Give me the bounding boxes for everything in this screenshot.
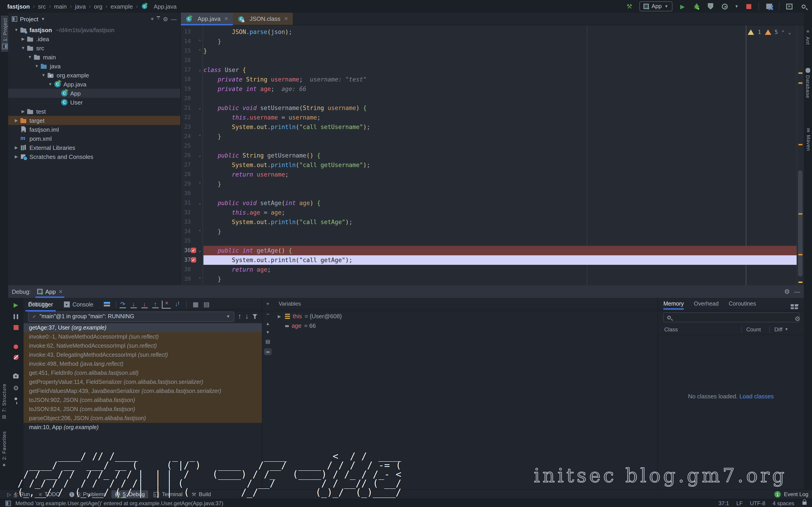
error-stripe[interactable]: [797, 25, 804, 285]
code-line-35[interactable]: 35: [181, 236, 804, 246]
fold-marker[interactable]: ⌃: [197, 132, 203, 141]
load-classes-link[interactable]: Load classes: [740, 393, 774, 400]
code-line-38[interactable]: 38 return age;: [181, 265, 804, 274]
fold-marker[interactable]: ⌃: [197, 274, 203, 284]
code-line-21[interactable]: 21⌄ public void setUsername(String usern…: [181, 103, 804, 113]
status-item[interactable]: LF: [736, 500, 743, 506]
frame-row[interactable]: toJSON:902, JSON (com.alibaba.fastjson): [23, 396, 262, 405]
code-line-26[interactable]: 26⌄ public String getUsername() {: [181, 151, 804, 160]
breadcrumb-item[interactable]: App.java: [154, 3, 176, 10]
prev-warning-icon[interactable]: ⌃: [782, 29, 784, 35]
code-line-31[interactable]: 31⌄ public void setAge(int age) {: [181, 198, 804, 208]
fold-marker[interactable]: ⌄: [197, 103, 203, 113]
hide-panel-icon[interactable]: —: [171, 16, 177, 22]
breadcrumb-item[interactable]: example: [111, 3, 133, 10]
variable-row-age[interactable]: ∞age = 66: [273, 321, 657, 331]
breadcrumb-item[interactable]: org: [94, 3, 102, 10]
frame-row[interactable]: invoke:62, NativeMethodAccessorImpl (sun…: [23, 341, 262, 350]
tab-overhead[interactable]: Overhead: [694, 298, 719, 309]
gear-icon[interactable]: ⚙: [784, 288, 790, 295]
memory-search-input[interactable]: [663, 313, 799, 322]
hide-panel-icon[interactable]: —: [794, 288, 800, 295]
memory-gear-icon[interactable]: ⚙: [795, 315, 800, 322]
run-anything-icon[interactable]: [785, 2, 794, 10]
code-line-23[interactable]: 23 System.out.println("call setUsername"…: [181, 122, 804, 132]
frame-row[interactable]: getAge:37, User (org.example): [23, 323, 262, 332]
frame-row[interactable]: get:451, FieldInfo (com.alibaba.fastjson…: [23, 369, 262, 378]
code-line-24[interactable]: 24⌃ }: [181, 132, 804, 141]
fold-marker[interactable]: ⌃: [197, 227, 203, 236]
close-icon[interactable]: ✕: [224, 16, 228, 22]
run-config-select[interactable]: App▼: [639, 1, 672, 11]
code-line-37[interactable]: 37✔ System.out.println("call getAge");: [181, 255, 804, 265]
breakpoint-icon[interactable]: ✔: [191, 247, 196, 253]
code-line-32[interactable]: 32 this.age = age;: [181, 208, 804, 217]
thread-dump-icon[interactable]: [13, 374, 18, 379]
sidebar-item-structure[interactable]: ▤7: Structure: [1, 384, 7, 420]
sidebar-item-project[interactable]: 1: Project: [1, 15, 9, 52]
move-up-icon[interactable]: ▲: [266, 322, 270, 326]
frame-row[interactable]: toJSON:824, JSON (com.alibaba.fastjson): [23, 405, 262, 414]
tree-item-target[interactable]: ▶target: [8, 116, 180, 125]
pin-icon[interactable]: [14, 397, 17, 400]
chevron-down-icon[interactable]: ▼: [41, 17, 45, 21]
fold-marker[interactable]: ⌃: [197, 37, 203, 46]
frame-row[interactable]: getFieldValuesMap:439, JavaBeanSerialize…: [23, 387, 262, 396]
status-item[interactable]: 4 spaces: [773, 500, 794, 506]
debug-gear-icon[interactable]: ⚙: [13, 384, 18, 392]
tree-item-user[interactable]: User: [8, 98, 180, 107]
close-icon[interactable]: ✕: [284, 16, 288, 22]
tool-window-button-build[interactable]: ⚒Build: [188, 490, 214, 498]
frame-down-icon[interactable]: ↓: [245, 313, 249, 321]
inspection-widget[interactable]: 1 5 ⌃ ⌄: [748, 29, 791, 35]
sidebar-item-database[interactable]: Database: [805, 68, 811, 98]
code-area[interactable]: 13 JSON.parse(json);14⌃ }15⌃}1617⌄class …: [181, 25, 804, 285]
status-item[interactable]: 37:1: [718, 500, 729, 506]
fold-marker[interactable]: ⌄: [197, 151, 203, 160]
tree-item-app-java[interactable]: ▼App.java: [8, 80, 180, 89]
tool-window-button-4-run[interactable]: ▷4: Run: [4, 490, 34, 498]
tree-item-main[interactable]: ▼main: [8, 53, 180, 62]
breadcrumb[interactable]: fastjson›src›main›java›org›example›App.j…: [7, 3, 177, 10]
code-line-39[interactable]: 39⌃ }: [181, 274, 804, 284]
search-everywhere-icon[interactable]: [799, 2, 807, 10]
next-warning-icon[interactable]: ⌄: [788, 29, 791, 35]
thread-selector[interactable]: ✓ "main"@1 in group "main": RUNNING ▼: [28, 311, 234, 322]
run-button[interactable]: ▶: [678, 2, 687, 10]
build-hammer-icon[interactable]: ⚒: [625, 2, 633, 10]
locate-file-icon[interactable]: ⌖: [151, 15, 154, 23]
code-line-13[interactable]: 13 JSON.parse(json);: [181, 27, 804, 37]
lock-icon[interactable]: [803, 502, 807, 505]
sidebar-item-maven[interactable]: mMaven: [805, 128, 812, 151]
tree-item-java[interactable]: ▼java: [8, 62, 180, 71]
breadcrumb-item[interactable]: fastjson: [7, 3, 30, 10]
tool-window-toggle-icon[interactable]: [5, 500, 11, 506]
event-log-button[interactable]: 1 Event Log: [774, 491, 808, 498]
view-breakpoints-icon[interactable]: [14, 344, 18, 349]
show-watches-icon[interactable]: ∞: [264, 349, 271, 355]
fold-marker[interactable]: ⌄: [197, 65, 203, 75]
profiler-button[interactable]: [720, 2, 729, 10]
sidebar-item-favorites[interactable]: ★2: Favorites: [1, 432, 7, 468]
code-line-14[interactable]: 14⌃ }: [181, 37, 804, 46]
frame-row[interactable]: main:10, App (org.example): [23, 423, 262, 432]
mute-breakpoints-icon[interactable]: [13, 355, 18, 360]
code-line-30[interactable]: 30: [181, 189, 804, 198]
close-icon[interactable]: ✕: [58, 289, 62, 294]
code-line-33[interactable]: 33 System.out.println("call setAge");: [181, 217, 804, 227]
fold-marker[interactable]: ⌄: [197, 246, 203, 255]
frame-row[interactable]: parseObject:206, JSON (com.alibaba.fastj…: [23, 414, 262, 423]
project-structure-icon[interactable]: [765, 2, 773, 10]
code-line-15[interactable]: 15⌃}: [181, 46, 804, 56]
add-watch-icon[interactable]: +: [266, 300, 269, 307]
variable-row-this[interactable]: ▶this = {User@608}: [273, 312, 657, 321]
status-item[interactable]: UTF-8: [750, 500, 765, 506]
fold-marker[interactable]: ⌃: [197, 46, 203, 56]
pause-icon[interactable]: [14, 314, 18, 319]
tab-coroutines[interactable]: Coroutines: [729, 298, 756, 309]
remove-watch-icon[interactable]: −: [266, 311, 269, 317]
tree-item-pom-xml[interactable]: pom.xml: [8, 134, 180, 143]
tree-item-external-libraries[interactable]: ▶External Libraries: [8, 143, 180, 152]
duplicate-icon[interactable]: ▤: [265, 339, 270, 344]
breakpoint-icon[interactable]: ✔: [191, 257, 196, 263]
